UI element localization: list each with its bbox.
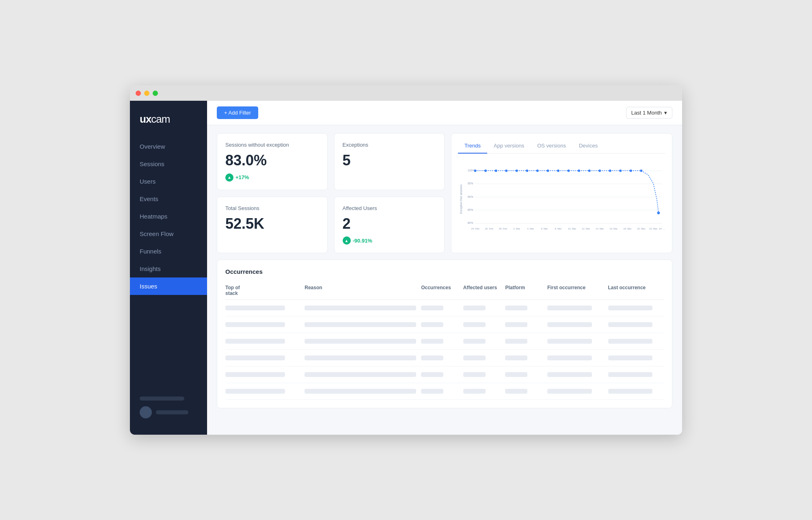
skeleton-cell	[463, 306, 486, 310]
skeleton-cell	[463, 355, 486, 360]
sessions-label: Sessions without exception	[225, 142, 319, 148]
col-reason: Reason	[304, 285, 416, 296]
skeleton-cell	[547, 389, 592, 394]
maximize-dot[interactable]	[153, 91, 158, 96]
title-bar	[130, 85, 682, 101]
sessions-without-exception-card: Sessions without exception 83.0% ▲ +17%	[217, 133, 328, 190]
svg-text:28. Feb: 28. Feb	[499, 228, 508, 230]
skeleton-cell	[505, 389, 527, 394]
chevron-down-icon: ▾	[664, 110, 667, 116]
skeleton-cell	[547, 355, 592, 360]
date-filter-label: Last 1 Month	[631, 110, 662, 116]
svg-point-11	[474, 169, 477, 172]
skeleton-cell	[505, 372, 527, 377]
skeleton-cell	[463, 372, 486, 377]
skeleton-cell	[421, 372, 443, 377]
svg-text:20. Mar: 20. Mar	[637, 228, 645, 230]
svg-point-28	[657, 212, 660, 214]
table-row[interactable]	[225, 366, 664, 383]
svg-point-26	[630, 169, 632, 172]
svg-point-27	[640, 169, 642, 172]
col-affected-users: Affected users	[463, 285, 501, 296]
tab-app-versions[interactable]: App versions	[487, 140, 531, 154]
table-row[interactable]	[225, 333, 664, 350]
svg-text:2. Mar: 2. Mar	[513, 228, 520, 230]
svg-text:4. Mar: 4. Mar	[527, 228, 534, 230]
skeleton-cell	[225, 322, 285, 327]
sidebar-skeleton-1	[140, 396, 184, 401]
svg-point-14	[505, 169, 508, 172]
topbar: + Add Filter Last 1 Month ▾	[207, 101, 682, 125]
svg-text:22. Mar: 22. Mar	[649, 228, 657, 230]
skeleton-cell	[225, 355, 285, 360]
tab-trends[interactable]: Trends	[458, 140, 487, 154]
avatar	[140, 406, 152, 418]
sidebar-item-overview[interactable]: Overview	[130, 138, 207, 155]
table-header: Top ofstack Reason Occurrences Affected …	[225, 282, 664, 300]
exceptions-value: 5	[343, 152, 436, 169]
skeleton-cell	[463, 389, 486, 394]
col-first-occurrence: First occurrence	[547, 285, 603, 296]
table-row[interactable]	[225, 350, 664, 366]
skeleton-cell	[225, 306, 285, 310]
sidebar-item-insights[interactable]: Insights	[130, 260, 207, 277]
table-row[interactable]	[225, 383, 664, 400]
down-arrow-icon: ▲	[343, 236, 351, 245]
svg-text:24. Feb: 24. Feb	[471, 228, 479, 230]
app-window: uxcam Overview Sessions Users Events Hea…	[130, 85, 682, 435]
sidebar-item-funnels[interactable]: Funnels	[130, 243, 207, 260]
svg-point-19	[557, 169, 559, 172]
skeleton-cell	[505, 339, 527, 344]
skeleton-cell	[304, 322, 416, 327]
sidebar-item-issues[interactable]: Issues	[130, 277, 207, 295]
table-row[interactable]	[225, 300, 664, 316]
skeleton-cell	[225, 389, 285, 394]
minimize-dot[interactable]	[144, 91, 149, 96]
sidebar-item-events[interactable]: Events	[130, 190, 207, 208]
total-sessions-card: Total Sessions 52.5K	[217, 197, 328, 254]
affected-users-card: Affected Users 2 ▲ -90.91%	[334, 197, 445, 254]
svg-point-16	[526, 169, 528, 172]
skeleton-cell	[608, 389, 653, 394]
sidebar-item-heatmaps[interactable]: Heatmaps	[130, 208, 207, 225]
close-dot[interactable]	[136, 91, 141, 96]
sidebar-item-users[interactable]: Users	[130, 173, 207, 190]
table-row[interactable]	[225, 316, 664, 333]
svg-point-22	[588, 169, 591, 172]
occurrences-section: Occurrences Top ofstack Reason Occurrenc…	[217, 260, 672, 408]
svg-text:16. Mar: 16. Mar	[609, 228, 618, 230]
main-content: + Add Filter Last 1 Month ▾ Sessions wit…	[207, 101, 682, 435]
skeleton-cell	[421, 355, 443, 360]
sidebar-item-screenflow[interactable]: Screen Flow	[130, 225, 207, 243]
skeleton-cell	[608, 339, 653, 344]
sidebar-item-sessions[interactable]: Sessions	[130, 155, 207, 173]
skeleton-cell	[421, 306, 443, 310]
content-area: Sessions without exception 83.0% ▲ +17% …	[207, 125, 682, 435]
svg-text:85%: 85%	[468, 208, 473, 211]
svg-text:14. Mar: 14. Mar	[596, 228, 604, 230]
skeleton-cell	[304, 355, 416, 360]
skeleton-cell	[463, 339, 486, 344]
affected-users-badge-value: -90.91%	[353, 238, 372, 244]
svg-point-21	[578, 169, 580, 172]
svg-text:90%: 90%	[468, 195, 473, 198]
sidebar-skeleton-2	[156, 410, 188, 414]
add-filter-button[interactable]: + Add Filter	[217, 106, 258, 119]
sidebar: uxcam Overview Sessions Users Events Hea…	[130, 101, 207, 435]
skeleton-cell	[608, 372, 653, 377]
skeleton-cell	[421, 389, 443, 394]
skeleton-cell	[304, 389, 416, 394]
exceptions-label: Exceptions	[343, 142, 436, 148]
svg-text:18. Mar: 18. Mar	[623, 228, 631, 230]
date-filter-selector[interactable]: Last 1 Month ▾	[626, 107, 672, 119]
app-body: uxcam Overview Sessions Users Events Hea…	[130, 101, 682, 435]
total-sessions-label: Total Sessions	[225, 205, 319, 211]
svg-text:8. Mar: 8. Mar	[555, 228, 562, 230]
skeleton-cell	[304, 372, 416, 377]
tab-os-versions[interactable]: OS versions	[531, 140, 572, 154]
tab-devices[interactable]: Devices	[572, 140, 604, 154]
stats-row: Sessions without exception 83.0% ▲ +17% …	[217, 133, 672, 253]
logo-text: uxcam	[140, 113, 197, 126]
svg-point-23	[598, 169, 601, 172]
svg-text:100%: 100%	[468, 169, 475, 172]
